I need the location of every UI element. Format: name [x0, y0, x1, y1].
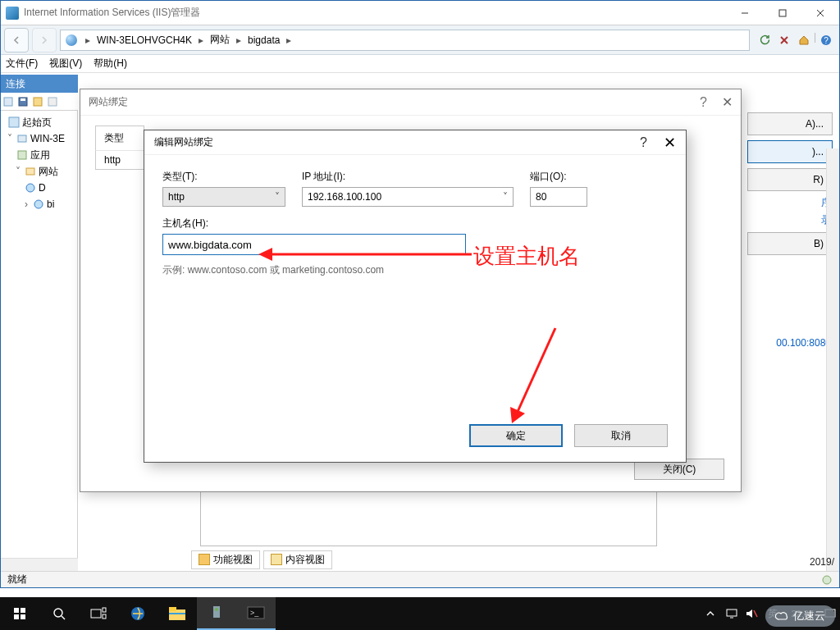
tree-site-bi[interactable]: ›bi	[2, 196, 75, 212]
bindings-dialog-title: 网站绑定	[89, 95, 128, 109]
tree-app-pools[interactable]: 应用	[2, 147, 75, 163]
svg-text:>_: >_	[250, 609, 259, 617]
vscrollbar[interactable]	[826, 148, 839, 571]
breadcrumb-sites[interactable]: 网站	[210, 33, 230, 47]
svg-rect-12	[48, 98, 57, 106]
action-link-1[interactable]: 序	[749, 196, 831, 210]
nav-back-button[interactable]	[4, 28, 29, 52]
close-icon[interactable]: ✕	[722, 94, 733, 110]
statusbar: 就绪	[1, 571, 839, 587]
tree-server[interactable]: ˅WIN-3E	[2, 130, 75, 147]
minimize-button[interactable]	[726, 1, 764, 25]
close-button[interactable]	[801, 1, 839, 25]
type-select[interactable]: http˅	[162, 187, 285, 207]
tree-start-page[interactable]: 起始页	[2, 114, 75, 130]
config-icon[interactable]	[821, 574, 833, 586]
ip-select[interactable]: 192.168.100.100˅	[302, 187, 514, 207]
svg-rect-16	[26, 168, 34, 175]
menu-help[interactable]: 帮助(H)	[94, 57, 127, 71]
maximize-button[interactable]	[764, 1, 801, 25]
tree-hscroll[interactable]	[1, 558, 78, 571]
refresh-tree-icon[interactable]	[32, 96, 43, 107]
svg-point-17	[26, 184, 34, 192]
refresh-icon[interactable]	[756, 31, 774, 49]
svg-rect-32	[103, 614, 106, 619]
breadcrumb[interactable]: ▸ WIN-3ELOHVGCH4K ▸ 网站 ▸ bigdata ▸	[60, 30, 750, 51]
edit-binding-dialog: 编辑网站绑定 ? ✕ 类型(T): http˅ IP 地址(I): 192.16…	[144, 130, 687, 463]
binding-row[interactable]: http	[95, 150, 144, 170]
cancel-button[interactable]: 取消	[574, 424, 668, 447]
svg-rect-8	[4, 98, 12, 106]
menubar: 文件(F) 视图(V) 帮助(H)	[1, 55, 839, 73]
help-icon[interactable]: ?	[700, 95, 707, 110]
content-icon	[271, 554, 282, 565]
chevron-right-icon: ▸	[236, 34, 241, 46]
action-addr[interactable]: 00.100:8080	[749, 337, 831, 349]
connections-tree[interactable]: 起始页 ˅WIN-3E 应用 ˅网站 D ›bi	[1, 111, 78, 571]
stop-icon[interactable]	[775, 31, 793, 49]
home-icon[interactable]	[795, 31, 813, 49]
svg-rect-35	[169, 607, 176, 611]
action-button-r[interactable]: R)	[747, 168, 833, 191]
ok-button[interactable]: 确定	[469, 424, 563, 447]
taskbar-cmd[interactable]: >_	[236, 597, 276, 630]
tray-volume-icon[interactable]	[742, 597, 761, 630]
tree-site-d[interactable]: D	[2, 180, 75, 196]
tray-chevron-icon[interactable]	[699, 597, 722, 630]
svg-rect-1	[779, 10, 786, 16]
svg-rect-41	[727, 609, 737, 616]
chevron-right-icon: ▸	[286, 34, 291, 46]
nav-forward-button[interactable]	[32, 28, 57, 52]
col-type: 类型	[95, 126, 144, 150]
chevron-down-icon: ˅	[503, 191, 508, 203]
actions-pane: A)... )... R) 序 录 B) 00.100:8080	[741, 75, 839, 352]
tab-features[interactable]: 功能视图	[191, 550, 260, 569]
port-label: 端口(O):	[530, 170, 587, 184]
breadcrumb-server[interactable]: WIN-3ELOHVGCH4K	[97, 34, 192, 46]
tab-content[interactable]: 内容视图	[263, 550, 332, 569]
svg-text:?: ?	[824, 36, 829, 45]
help-icon[interactable]: ?	[817, 31, 835, 49]
example-text: 示例: www.contoso.com 或 marketing.contoso.…	[162, 263, 668, 277]
menu-view[interactable]: 视图(V)	[49, 57, 82, 71]
help-icon[interactable]: ?	[640, 135, 647, 150]
breadcrumb-site[interactable]: bigdata	[248, 34, 280, 46]
up-icon[interactable]	[47, 96, 58, 107]
svg-rect-10	[21, 98, 25, 101]
svg-rect-26	[14, 614, 19, 619]
port-input[interactable]	[530, 187, 587, 207]
svg-rect-31	[103, 608, 106, 612]
taskbar-ie[interactable]	[118, 597, 158, 630]
host-label: 主机名(H):	[162, 217, 668, 231]
status-text: 就绪	[7, 573, 27, 587]
edit-dialog-title: 编辑网站绑定	[154, 135, 640, 149]
taskview-icon[interactable]	[79, 597, 118, 630]
action-link-2[interactable]: 录	[749, 213, 831, 227]
connections-toolbar	[1, 93, 78, 111]
ip-label: IP 地址(I):	[302, 170, 514, 184]
chevron-right-icon: ▸	[85, 34, 90, 46]
connections-header: 连接	[1, 75, 78, 93]
type-label: 类型(T):	[162, 170, 285, 184]
tray-network-icon[interactable]	[722, 597, 742, 630]
tree-sites[interactable]: ˅网站	[2, 163, 75, 180]
svg-point-18	[34, 200, 43, 208]
svg-rect-30	[91, 609, 101, 618]
action-button-b[interactable]: B)	[747, 232, 833, 255]
svg-rect-24	[14, 608, 19, 613]
taskbar-explorer[interactable]	[158, 597, 197, 630]
menu-file[interactable]: 文件(F)	[6, 57, 38, 71]
action-button-bindings[interactable]: )...	[747, 140, 833, 163]
start-button[interactable]	[0, 597, 39, 630]
features-icon	[199, 554, 210, 565]
connect-icon[interactable]	[2, 96, 14, 107]
search-icon[interactable]	[39, 597, 79, 630]
chevron-down-icon: ˅	[275, 191, 280, 203]
close-icon[interactable]: ✕	[664, 134, 676, 152]
svg-line-43	[754, 610, 757, 617]
action-button-a[interactable]: A)...	[747, 112, 833, 135]
save-icon[interactable]	[17, 96, 29, 107]
svg-rect-15	[18, 151, 26, 159]
hostname-input[interactable]	[162, 234, 466, 255]
taskbar-iis[interactable]	[197, 597, 236, 630]
